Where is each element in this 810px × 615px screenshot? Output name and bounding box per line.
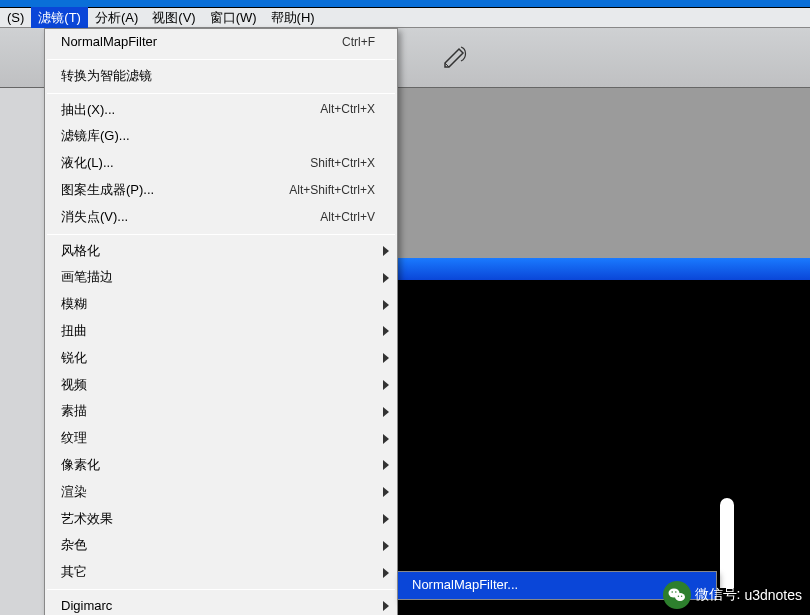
menu-item-shortcut: Shift+Ctrl+X [310,154,375,173]
submenu-arrow-icon [383,246,389,256]
submenu-arrow-icon [383,300,389,310]
svg-point-5 [680,596,681,597]
submenu-arrow-icon [383,326,389,336]
submenu-arrow-icon [383,514,389,524]
submenu-arrow-icon [383,407,389,417]
menu-item-video[interactable]: 视频 [45,372,397,399]
filter-menu-dropdown: NormalMapFilter Ctrl+F 转换为智能滤镜 抽出(X)... … [44,28,398,615]
menu-item-label: 艺术效果 [61,509,113,530]
submenu-arrow-icon [383,353,389,363]
menu-item-label: 锐化 [61,348,87,369]
menu-item-vanishing-point[interactable]: 消失点(V)... Alt+Ctrl+V [45,204,397,231]
menu-item-label: 扭曲 [61,321,87,342]
pen-tool-button[interactable] [442,46,470,71]
menu-analysis[interactable]: 分析(A) [88,7,145,29]
svg-point-3 [675,591,677,593]
canvas-artifact [720,498,734,588]
menu-item-shortcut: Ctrl+F [342,33,375,52]
menu-view[interactable]: 视图(V) [145,7,202,29]
menu-filter[interactable]: 滤镜(T) [31,7,88,29]
menu-item-label: NormalMapFilter [61,32,157,53]
menu-item-label: 模糊 [61,294,87,315]
submenu-item-label: NormalMapFilter... [412,577,518,592]
pen-icon [442,46,470,68]
menu-item-label: 纹理 [61,428,87,449]
menu-window[interactable]: 窗口(W) [203,7,264,29]
menu-item-pattern-maker[interactable]: 图案生成器(P)... Alt+Shift+Ctrl+X [45,177,397,204]
menu-item-brush-strokes[interactable]: 画笔描边 [45,264,397,291]
submenu-arrow-icon [383,380,389,390]
menu-item-label: 风格化 [61,241,100,262]
submenu-arrow-icon [383,568,389,578]
menubar-prefix: (S) [0,8,31,27]
menu-item-convert-smart-filter[interactable]: 转换为智能滤镜 [45,63,397,90]
menu-item-noise[interactable]: 杂色 [45,532,397,559]
menu-item-label: 消失点(V)... [61,207,128,228]
menu-item-other[interactable]: 其它 [45,559,397,586]
menu-item-shortcut: Alt+Ctrl+V [320,208,375,227]
submenu-arrow-icon [383,601,389,611]
svg-point-2 [671,591,673,593]
svg-point-4 [677,596,678,597]
wechat-icon [663,581,691,609]
submenu-arrow-icon [383,434,389,444]
wechat-id: u3dnotes [744,587,802,603]
menu-item-distort[interactable]: 扭曲 [45,318,397,345]
menu-separator [47,59,395,60]
svg-point-1 [675,593,685,601]
menu-item-texture[interactable]: 纹理 [45,425,397,452]
menu-help[interactable]: 帮助(H) [264,7,322,29]
menu-item-liquify[interactable]: 液化(L)... Shift+Ctrl+X [45,150,397,177]
menu-item-label: 抽出(X)... [61,100,115,121]
submenu-arrow-icon [383,273,389,283]
menu-item-label: 素描 [61,401,87,422]
menu-item-stylize[interactable]: 风格化 [45,238,397,265]
menu-item-render[interactable]: 渲染 [45,479,397,506]
menu-item-label: 图案生成器(P)... [61,180,154,201]
menu-item-shortcut: Alt+Shift+Ctrl+X [289,181,375,200]
menu-item-blur[interactable]: 模糊 [45,291,397,318]
menu-item-label: 画笔描边 [61,267,113,288]
menu-item-artistic[interactable]: 艺术效果 [45,506,397,533]
menu-separator [47,93,395,94]
menu-item-label: 视频 [61,375,87,396]
menubar: (S) 滤镜(T) 分析(A) 视图(V) 窗口(W) 帮助(H) [0,8,810,28]
menu-item-label: 渲染 [61,482,87,503]
wechat-watermark: 微信号: u3dnotes [663,581,803,609]
menu-item-label: 转换为智能滤镜 [61,66,152,87]
menu-item-label: 滤镜库(G)... [61,126,130,147]
menu-item-sketch[interactable]: 素描 [45,398,397,425]
menu-item-extract[interactable]: 抽出(X)... Alt+Ctrl+X [45,97,397,124]
menu-item-sharpen[interactable]: 锐化 [45,345,397,372]
menu-item-pixelate[interactable]: 像素化 [45,452,397,479]
menu-item-label: 液化(L)... [61,153,114,174]
submenu-arrow-icon [383,541,389,551]
menu-separator [47,589,395,590]
menu-item-label: Digimarc [61,596,112,615]
menu-item-shortcut: Alt+Ctrl+X [320,100,375,119]
menu-separator [47,234,395,235]
submenu-arrow-icon [383,460,389,470]
submenu-arrow-icon [383,487,389,497]
menu-item-last-filter[interactable]: NormalMapFilter Ctrl+F [45,29,397,56]
menu-item-label: 其它 [61,562,87,583]
menu-item-digimarc[interactable]: Digimarc [45,593,397,615]
wechat-prefix: 微信号: [695,586,741,604]
menu-item-filter-gallery[interactable]: 滤镜库(G)... [45,123,397,150]
menu-item-label: 像素化 [61,455,100,476]
menu-item-label: 杂色 [61,535,87,556]
